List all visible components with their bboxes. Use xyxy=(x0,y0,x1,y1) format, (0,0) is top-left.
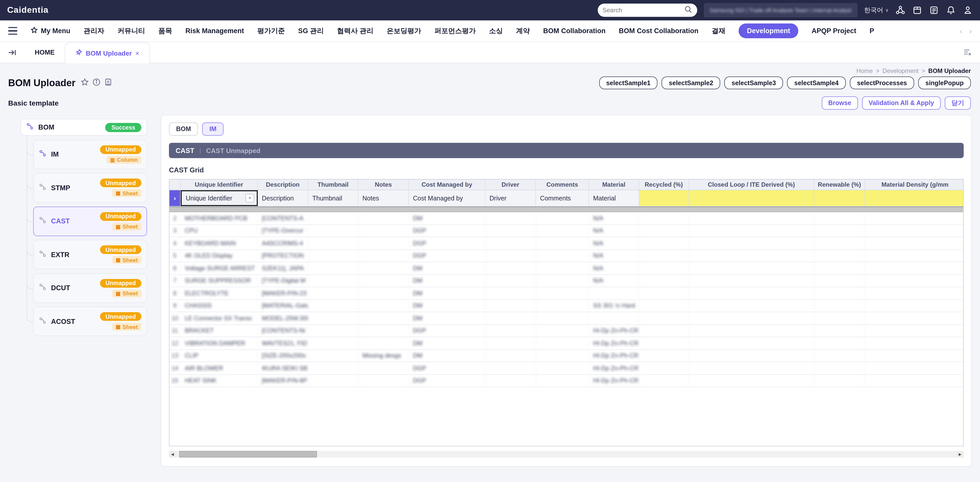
grid-cell[interactable] xyxy=(814,375,865,387)
grid-cell[interactable] xyxy=(814,300,865,312)
grid-cell[interactable] xyxy=(358,375,409,387)
grid-cell[interactable]: DGP xyxy=(409,325,485,337)
grid-cell[interactable] xyxy=(865,337,964,349)
row-number[interactable]: 14 xyxy=(169,362,181,374)
tree-node-bom[interactable]: BOM Success xyxy=(21,119,147,136)
grid-cell[interactable] xyxy=(485,262,536,274)
grid-cell[interactable] xyxy=(536,275,589,287)
grid-cell[interactable] xyxy=(308,275,358,287)
nav-item-development[interactable]: Development xyxy=(739,24,799,38)
mapping-cell-unmapped[interactable] xyxy=(865,190,964,206)
singlepopup-button[interactable]: singlePopup xyxy=(918,76,971,89)
grid-cell[interactable]: 4K OLED Display xyxy=(181,250,258,262)
expand-row-icon[interactable]: › xyxy=(169,190,181,206)
grid-cell[interactable] xyxy=(485,287,536,299)
grid-cell[interactable] xyxy=(308,300,358,312)
grid-cell[interactable] xyxy=(689,312,814,324)
info-icon[interactable] xyxy=(92,78,100,88)
browse-button[interactable]: Browse xyxy=(821,97,858,109)
grid-cell[interactable]: IKURA SEIKI SB xyxy=(258,362,308,374)
grid-cell[interactable] xyxy=(589,287,639,299)
nav-scroll-left-icon[interactable]: ‹ xyxy=(959,27,962,35)
tree-node-dcut[interactable]: DCUTUnmapped▦Sheet xyxy=(33,273,147,303)
nav-item-결재[interactable]: 결재 xyxy=(712,26,725,35)
grid-cell[interactable]: AIR BLOWER xyxy=(181,362,258,374)
grid-cell[interactable]: Missing desgs xyxy=(358,350,409,362)
grid-cell[interactable]: HEAT SINK xyxy=(181,375,258,387)
grid-cell[interactable] xyxy=(485,275,536,287)
row-number[interactable]: 13 xyxy=(169,350,181,362)
search-input[interactable] xyxy=(603,6,684,14)
grid-cell[interactable] xyxy=(814,325,865,337)
grid-cell[interactable]: N/A xyxy=(589,250,639,262)
grid-cell[interactable]: [TYPE-Digital M xyxy=(258,275,308,287)
grid-cell[interactable]: CHASSIS xyxy=(181,300,258,312)
mapping-cell[interactable]: Thumbnail xyxy=(308,190,358,206)
grid-cell[interactable]: DGP xyxy=(409,225,485,237)
toggle-im-button[interactable]: IM xyxy=(202,122,224,136)
grid-cell[interactable] xyxy=(536,337,589,349)
grid-cell[interactable] xyxy=(639,337,689,349)
grid-cell[interactable] xyxy=(536,250,589,262)
grid-cell[interactable] xyxy=(639,275,689,287)
grid-cell[interactable] xyxy=(485,325,536,337)
grid-cell[interactable]: N/A xyxy=(589,225,639,237)
grid-cell[interactable] xyxy=(814,362,865,374)
grid-cell[interactable] xyxy=(814,312,865,324)
grid-cell[interactable] xyxy=(689,325,814,337)
grid-cell[interactable]: DM xyxy=(409,262,485,274)
nav-item-온보딩평가[interactable]: 온보딩평가 xyxy=(387,26,421,35)
grid-cell[interactable]: HI-Dp Zn-Ph-CR xyxy=(589,350,639,362)
dropdown-arrow-icon[interactable]: ▼ xyxy=(245,194,254,203)
grid-cell[interactable] xyxy=(865,300,964,312)
column-header-Thumbnail[interactable]: Thumbnail xyxy=(308,179,358,190)
grid-cell[interactable]: KEYBOARD MAIN xyxy=(181,237,258,249)
row-number[interactable]: 3 xyxy=(169,225,181,237)
grid-cell[interactable] xyxy=(639,300,689,312)
grid-cell[interactable] xyxy=(639,262,689,274)
nav-item-apqp-project[interactable]: APQP Project xyxy=(811,27,856,35)
grid-cell[interactable] xyxy=(689,362,814,374)
grid-cell[interactable]: LE Connector SX Transc xyxy=(181,312,258,324)
favorite-star-icon[interactable] xyxy=(81,78,89,88)
grid-cell[interactable] xyxy=(639,225,689,237)
selectsample4-button[interactable]: selectSample4 xyxy=(787,76,846,89)
grid-cell[interactable]: MOTHERBOARD PCB xyxy=(181,212,258,224)
grid-cell[interactable] xyxy=(485,212,536,224)
grid-cell[interactable] xyxy=(308,325,358,337)
grid-cell[interactable] xyxy=(865,225,964,237)
grid-cell[interactable] xyxy=(358,300,409,312)
grid-cell[interactable] xyxy=(358,287,409,299)
mapping-cell-unmapped[interactable] xyxy=(689,190,814,206)
nav-item-계약[interactable]: 계약 xyxy=(516,26,530,35)
row-number[interactable]: 7 xyxy=(169,275,181,287)
grid-cell[interactable] xyxy=(536,362,589,374)
grid-cell[interactable] xyxy=(536,212,589,224)
grid-cell[interactable] xyxy=(358,262,409,274)
column-header-Notes[interactable]: Notes xyxy=(358,179,409,190)
grid-cell[interactable] xyxy=(536,262,589,274)
nav-item-risk-management[interactable]: Risk Management xyxy=(186,27,244,35)
tree-node-im[interactable]: IMUnmapped▥Column xyxy=(33,140,147,169)
user-icon[interactable] xyxy=(963,5,973,15)
grid-cell[interactable]: [SIZE-200x200x xyxy=(258,350,308,362)
selectsample3-button[interactable]: selectSample3 xyxy=(724,76,783,89)
nav-item-my-menu[interactable]: My Menu xyxy=(30,27,70,35)
mapping-cell-selected[interactable]: Unique Identifier▼ xyxy=(181,190,258,206)
닫기-button[interactable]: 닫기 xyxy=(945,97,971,109)
grid-cell[interactable]: HI-Dp Zn-Ph-CR xyxy=(589,337,639,349)
grid-cell[interactable]: MODEL-25W.30C xyxy=(258,312,308,324)
grid-cell[interactable]: BRACKET xyxy=(181,325,258,337)
grid-cell[interactable] xyxy=(358,225,409,237)
grid-cell[interactable]: DGP xyxy=(409,362,485,374)
grid-cell[interactable] xyxy=(689,375,814,387)
nav-item-p[interactable]: P xyxy=(870,27,874,35)
mapping-cell[interactable]: Notes xyxy=(358,190,409,206)
grid-cell[interactable] xyxy=(358,362,409,374)
grid-cell[interactable] xyxy=(536,325,589,337)
grid-cell[interactable] xyxy=(814,350,865,362)
selectprocesses-button[interactable]: selectProcesses xyxy=(850,76,914,89)
grid-cell[interactable] xyxy=(639,312,689,324)
column-header-Driver[interactable]: Driver xyxy=(485,179,536,190)
grid-cell[interactable] xyxy=(814,275,865,287)
